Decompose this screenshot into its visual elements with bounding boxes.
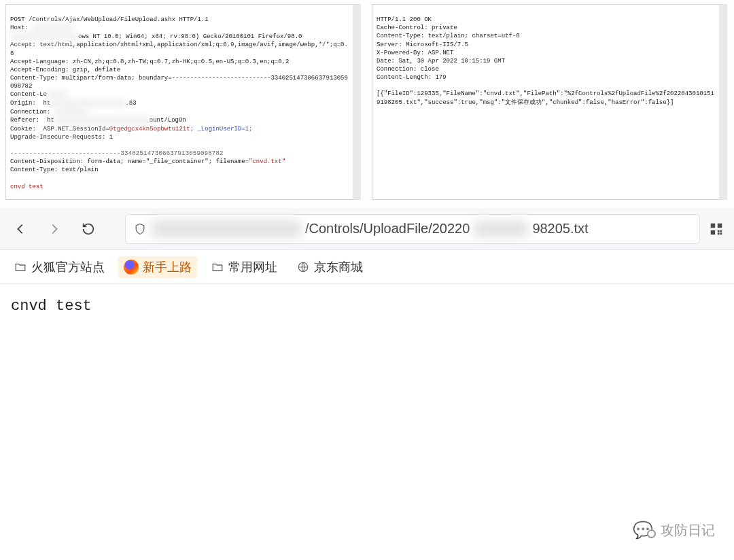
svg-rect-2 — [711, 230, 715, 234]
wechat-icon: 💬 — [632, 519, 654, 541]
body-content-type: Content-Type: text/plain — [10, 167, 99, 173]
svg-rect-1 — [718, 223, 722, 227]
ua-end: ows NT 10.0; Win64; x64; rv:98.0) Gecko/… — [78, 33, 302, 40]
watermark: 💬 攻防日记 — [632, 519, 715, 541]
resp-cache: Cache-Control: private — [377, 24, 457, 31]
cookie-label: Cookie: ASP.NET_SessionId= — [10, 126, 109, 133]
host-label: Host: — [10, 25, 29, 32]
back-button[interactable] — [5, 214, 35, 244]
bookmark-getting-started[interactable]: 新手上路 — [118, 256, 197, 278]
request-pane[interactable]: POST /Controls/Ajax/WebUpload/FileUpload… — [5, 4, 361, 200]
folder-icon — [14, 260, 27, 274]
resp-body: [{"FileID":129335,"FileName":"cnvd.txt",… — [377, 90, 714, 105]
connection-label: Connection: — [10, 109, 50, 116]
page-body: cnvd test — [0, 284, 734, 328]
bookmark-common-urls[interactable]: 常用网址 — [205, 256, 283, 278]
svg-rect-5 — [718, 232, 720, 234]
folder-icon — [211, 260, 224, 274]
resp-status: HTTP/1.1 200 OK — [377, 16, 432, 23]
resp-ctype: Content-Type: text/plain; charset=utf-8 — [377, 33, 520, 39]
qr-icon[interactable] — [704, 217, 729, 241]
upload-body: cnvd test — [10, 183, 43, 190]
resp-xpb: X-Powered-By: ASP.NET — [377, 50, 453, 56]
refresh-button[interactable] — [73, 214, 103, 244]
svg-rect-4 — [720, 230, 722, 232]
req-first-line: POST /Controls/Ajax/WebUpload/FileUpload… — [10, 16, 209, 23]
masked-host: xxxxxxxxxx — [32, 24, 73, 32]
referer-tail: ount/LogOn — [150, 118, 186, 124]
origin-label: Origin: ht — [10, 100, 50, 107]
origin-tail: .83 — [125, 100, 136, 107]
bookmark-label: 新手上路 — [143, 259, 192, 275]
masked-mid-url — [474, 221, 528, 237]
globe-icon — [296, 260, 310, 274]
burp-panes: POST /Controls/Ajax/WebUpload/FileUpload… — [0, 0, 734, 204]
accept-encoding: Accept-Encoding: gzip, deflate — [10, 67, 120, 73]
bookmark-label: 火狐官方站点 — [31, 259, 105, 275]
shield-icon — [133, 222, 147, 237]
boundary-open: -----------------------------33402514730… — [10, 150, 224, 157]
url-mid: /Controls/UploadFile/20220 — [305, 221, 470, 237]
bookmark-label: 常用网址 — [228, 259, 277, 275]
masked-clen: xx — [47, 90, 67, 99]
content-type-header: Content-Type: multipart/form-data; bound… — [10, 75, 348, 90]
resp-conn: Connection: close — [377, 66, 439, 73]
bookmark-jd[interactable]: 京东商城 — [291, 256, 368, 278]
svg-rect-3 — [718, 230, 720, 232]
content-length-label: Content-Le — [10, 92, 47, 99]
browser-window: /Controls/UploadFile/20220 98205.txt 火狐官… — [0, 208, 734, 328]
masked-origin: xxxxxxxxxxxx — [50, 99, 125, 107]
cookie-login-id: ; _LoginUserID=1; — [190, 126, 253, 133]
resp-server: Server: Microsoft-IIS/7.5 — [377, 41, 468, 48]
bookmarks-bar: 火狐官方站点 新手上路 常用网址 京东商城 — [0, 250, 734, 284]
url-end: 98205.txt — [532, 221, 588, 237]
firefox-icon — [124, 260, 139, 275]
content-disposition: Content-Disposition: form-data; name="_f… — [10, 158, 249, 165]
svg-rect-0 — [711, 223, 715, 227]
masked-host-url — [152, 220, 301, 238]
masked-ua-start: xxxxxxxxxxxxxxxx — [10, 33, 78, 41]
resp-clen: Content-Length: 179 — [377, 74, 447, 81]
svg-rect-6 — [720, 232, 722, 234]
masked-referer: xxxxxxxxxxxxxxxxx — [54, 116, 150, 124]
response-pane[interactable]: HTTP/1.1 200 OK Cache-Control: private C… — [372, 4, 727, 200]
navbar: /Controls/UploadFile/20220 98205.txt — [0, 208, 734, 250]
accept-language: Accept-Language: zh-CN,zh;q=0.8,zh-TW;q=… — [10, 58, 289, 65]
address-bar[interactable]: /Controls/UploadFile/20220 98205.txt — [125, 214, 700, 244]
referer-label: Referer: ht — [10, 118, 54, 124]
bookmark-label: 京东商城 — [314, 259, 363, 275]
forward-button[interactable] — [39, 214, 69, 244]
masked-connection: xxxxx — [54, 108, 88, 116]
page-text: cnvd test — [11, 298, 92, 315]
watermark-text: 攻防日记 — [661, 521, 715, 540]
bookmark-firefox-site[interactable]: 火狐官方站点 — [8, 256, 110, 278]
upgrade-header: Upgrade-Insecure-Requests: 1 — [10, 134, 113, 141]
accept-header: Accept: text/html,application/xhtml+xml,… — [10, 41, 348, 56]
upload-filename: "cnvd.txt" — [249, 158, 285, 165]
cookie-session-id: 0tgedgcx4kn5opbwtu121t — [109, 126, 190, 133]
resp-date: Date: Sat, 30 Apr 2022 10:15:19 GMT — [377, 58, 505, 65]
